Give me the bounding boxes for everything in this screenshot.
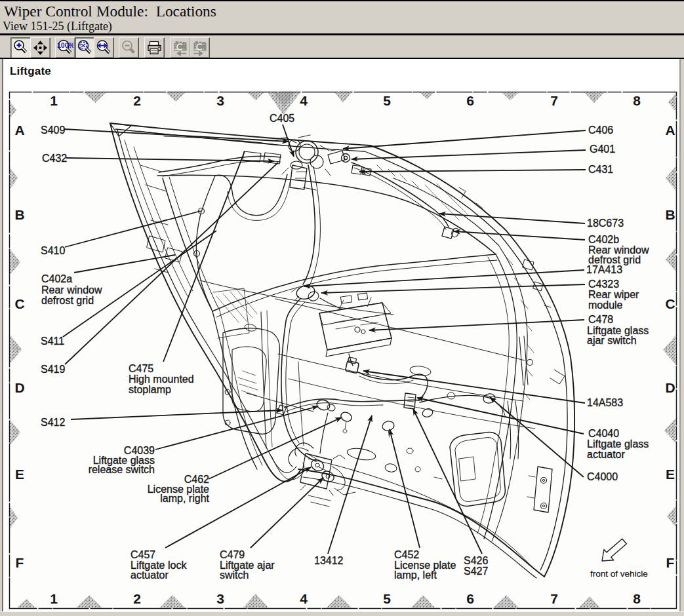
svg-text:C4000: C4000 (587, 471, 618, 482)
svg-text:C406: C406 (588, 125, 613, 136)
svg-text:5: 5 (383, 591, 391, 606)
svg-text:C475: C475 (129, 363, 153, 374)
svg-text:C432: C432 (42, 153, 67, 164)
svg-text:stoplamp: stoplamp (129, 384, 171, 395)
svg-text:8: 8 (633, 591, 641, 606)
svg-text:C479: C479 (220, 549, 245, 560)
svg-text:F: F (16, 555, 24, 570)
svg-text:Liftgate glass: Liftgate glass (587, 438, 649, 450)
svg-text:13412: 13412 (314, 555, 344, 566)
svg-text:1: 1 (50, 591, 58, 606)
svg-text:17A413: 17A413 (586, 264, 622, 275)
svg-text:C: C (14, 296, 24, 311)
svg-text:18C673: 18C673 (587, 218, 624, 229)
svg-text:E: E (666, 467, 675, 482)
svg-text:3: 3 (216, 93, 224, 108)
svg-text:5: 5 (383, 93, 391, 108)
svg-text:S412: S412 (41, 417, 65, 428)
svg-text:A: A (14, 123, 24, 138)
svg-text:switch: switch (220, 569, 249, 581)
svg-text:Rear wiper: Rear wiper (588, 289, 639, 300)
svg-text:C402b: C402b (588, 234, 619, 245)
svg-text:D: D (665, 380, 675, 395)
svg-text:C: C (665, 296, 675, 311)
svg-text:F: F (666, 555, 675, 570)
svg-text:S426: S426 (464, 555, 488, 566)
svg-text:actuator: actuator (131, 569, 169, 581)
svg-text:C4040: C4040 (588, 428, 619, 439)
svg-text:B: B (665, 207, 675, 222)
svg-text:C452: C452 (394, 549, 419, 560)
svg-text:C431: C431 (588, 164, 613, 175)
svg-text:G401: G401 (590, 144, 615, 155)
svg-text:2: 2 (133, 93, 141, 108)
svg-text:C405: C405 (270, 113, 294, 124)
svg-text:front of vehicle: front of vehicle (590, 569, 648, 579)
svg-text:A: A (665, 123, 675, 138)
svg-text:actuator: actuator (587, 449, 625, 460)
svg-text:E: E (15, 467, 24, 482)
svg-text:C457: C457 (131, 549, 155, 560)
svg-text:14A583: 14A583 (587, 397, 623, 408)
svg-text:D: D (14, 380, 24, 395)
svg-text:S419: S419 (41, 364, 65, 375)
svg-text:C478: C478 (588, 314, 613, 325)
svg-text:High mounted: High mounted (129, 374, 194, 385)
svg-text:6: 6 (466, 591, 474, 606)
svg-text:release switch: release switch (89, 464, 155, 475)
svg-text:8: 8 (633, 93, 641, 108)
svg-text:C402a: C402a (41, 273, 72, 284)
svg-text:7: 7 (550, 93, 558, 108)
svg-text:1: 1 (50, 93, 58, 108)
svg-text:B: B (14, 207, 24, 222)
svg-text:6: 6 (466, 93, 474, 108)
svg-text:S409: S409 (41, 125, 65, 136)
svg-text:S411: S411 (41, 336, 64, 347)
svg-text:S410: S410 (41, 245, 65, 256)
svg-text:C4323: C4323 (588, 279, 619, 290)
svg-text:lamp, right: lamp, right (160, 493, 209, 504)
svg-text:2: 2 (133, 591, 141, 606)
svg-text:3: 3 (216, 591, 224, 606)
svg-text:lamp, left: lamp, left (394, 569, 437, 581)
svg-text:S427: S427 (464, 566, 488, 577)
svg-text:4: 4 (300, 591, 308, 606)
svg-text:module: module (588, 299, 623, 311)
svg-text:7: 7 (550, 591, 558, 606)
svg-text:Rear window: Rear window (41, 284, 102, 296)
svg-text:defrost grid: defrost grid (41, 295, 94, 306)
svg-text:4: 4 (300, 93, 308, 108)
svg-text:ajar switch: ajar switch (587, 335, 637, 346)
svg-text:100%: 100% (57, 41, 73, 49)
